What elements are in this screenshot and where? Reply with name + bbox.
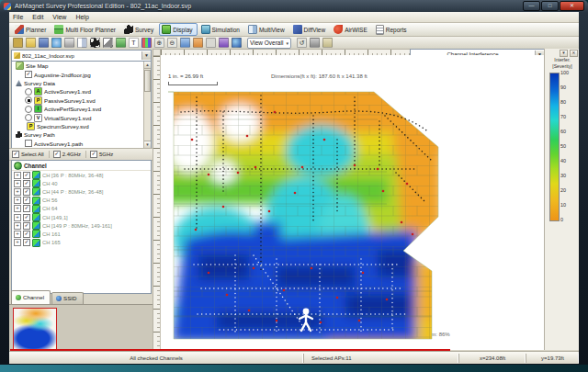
channel-row[interactable]: CH 40 bbox=[12, 179, 151, 187]
chart-alt-icon[interactable] bbox=[193, 38, 203, 48]
planner-button[interactable]: Planner bbox=[12, 23, 51, 36]
band-5-checkbox[interactable] bbox=[90, 151, 97, 158]
maximize-button[interactable]: □ bbox=[541, 1, 559, 11]
info-icon[interactable] bbox=[51, 38, 62, 48]
channel-checkbox[interactable] bbox=[23, 188, 30, 196]
tree-item-floor-image[interactable]: Augustine-2ndfloor.jpg bbox=[12, 70, 151, 78]
tree-item-active-survey[interactable]: AActiveSurvey1.svd bbox=[12, 87, 151, 96]
expander-icon[interactable] bbox=[14, 205, 21, 212]
scroll-thumb[interactable] bbox=[144, 70, 151, 92]
channel-row[interactable]: CH [44 P : 80MHz, 36-48] bbox=[12, 187, 151, 196]
expander-icon[interactable] bbox=[14, 222, 21, 230]
survey-radio[interactable] bbox=[25, 88, 32, 96]
close-button[interactable]: ✕ bbox=[560, 1, 584, 11]
layout-icon[interactable] bbox=[77, 38, 87, 48]
camera-icon[interactable] bbox=[310, 38, 320, 48]
pointer-icon[interactable] bbox=[103, 38, 113, 48]
tab-channel[interactable]: Channel bbox=[11, 290, 51, 304]
menu-help[interactable]: Help bbox=[75, 14, 88, 20]
channel-row[interactable]: CH [36 P : 80MHz, 36-48] bbox=[12, 171, 151, 179]
channel-checkbox[interactable] bbox=[23, 180, 30, 187]
color-tool-icon[interactable] bbox=[141, 38, 152, 48]
tree-item-survey-path[interactable]: Survey Path bbox=[12, 130, 151, 139]
chart-icon[interactable] bbox=[180, 38, 190, 48]
survey-radio[interactable] bbox=[25, 106, 32, 113]
channel-row[interactable]: CH 165 bbox=[12, 239, 151, 247]
channel-checkbox[interactable] bbox=[23, 239, 30, 246]
globe-icon[interactable] bbox=[232, 38, 242, 48]
scroll-down-icon[interactable]: ▼ bbox=[144, 141, 151, 148]
channel-row[interactable]: CH [149,1] bbox=[12, 213, 151, 221]
expander-icon[interactable] bbox=[14, 239, 21, 246]
legend-pin-icon[interactable]: ▼ bbox=[560, 50, 568, 57]
save-icon[interactable] bbox=[39, 38, 49, 48]
channel-checkbox[interactable] bbox=[23, 172, 30, 179]
menu-edit[interactable]: Edit bbox=[32, 14, 43, 20]
tree-item-passive-survey[interactable]: PPassiveSurvey1.svd bbox=[12, 96, 151, 105]
title-bar[interactable]: AirMagnet Survey Professional Edition - … bbox=[0, 0, 588, 12]
expander-icon[interactable] bbox=[14, 214, 21, 221]
expander-icon[interactable] bbox=[14, 188, 21, 196]
channel-row[interactable]: CH 161 bbox=[12, 230, 151, 238]
print-icon[interactable] bbox=[64, 38, 74, 48]
wrench-icon[interactable] bbox=[13, 38, 23, 48]
channel-checkbox[interactable] bbox=[23, 197, 30, 204]
floor-image-checkbox[interactable] bbox=[25, 71, 32, 78]
tree-item-site-map[interactable]: Site Map bbox=[12, 62, 151, 70]
tab-ssid[interactable]: SSID bbox=[51, 292, 83, 304]
airwise-button[interactable]: AirWISE bbox=[331, 23, 372, 36]
open-folder-icon[interactable] bbox=[26, 38, 36, 48]
reports-button[interactable]: Reports bbox=[373, 23, 412, 37]
tree-item-active-path[interactable]: ActiveSurvey1.path bbox=[12, 140, 151, 148]
channel-checkbox[interactable] bbox=[23, 214, 30, 221]
map-canvas[interactable]: 1 in. = 26.99 ft Dimensions(ft x ft): 18… bbox=[160, 55, 545, 350]
display-button[interactable]: Display bbox=[159, 23, 197, 36]
channel-row[interactable]: CH [149 P : 80MHz, 149-161] bbox=[12, 221, 151, 230]
chevron-down-icon[interactable]: ▼ bbox=[141, 51, 151, 60]
clipboard-icon[interactable] bbox=[322, 38, 333, 48]
channel-checkbox[interactable] bbox=[23, 231, 30, 238]
legend-close-icon[interactable]: ✕ bbox=[570, 50, 578, 57]
survey-radio[interactable] bbox=[25, 114, 32, 121]
band-24ghz-filter[interactable]: 2.4GHz bbox=[53, 151, 86, 158]
expander-icon[interactable] bbox=[14, 172, 21, 179]
channel-checkbox[interactable] bbox=[23, 205, 30, 212]
tree-item-activeperf-survey[interactable]: IActivePerfSurvey1.svd bbox=[12, 105, 151, 113]
survey-button[interactable]: Survey bbox=[121, 23, 158, 36]
channel-row[interactable]: CH 56 bbox=[12, 197, 151, 205]
band-5ghz-filter[interactable]: 5GHz bbox=[90, 151, 118, 158]
zoom-in-icon[interactable]: ⊕ bbox=[154, 38, 164, 48]
survey-radio[interactable] bbox=[25, 96, 32, 104]
simulation-button[interactable]: Simulation bbox=[198, 23, 244, 36]
view-overall-dropdown[interactable]: View Overall ▾ bbox=[247, 38, 291, 49]
image-tool-icon[interactable] bbox=[116, 38, 126, 48]
channel-row[interactable]: CH 64 bbox=[12, 205, 151, 213]
minimize-button[interactable]: — bbox=[523, 1, 540, 11]
menu-view[interactable]: View bbox=[52, 14, 66, 20]
expander-icon[interactable] bbox=[14, 231, 21, 238]
refresh-icon[interactable]: ↺ bbox=[297, 38, 307, 48]
expander-icon[interactable] bbox=[14, 197, 21, 204]
signal-icon[interactable] bbox=[219, 38, 229, 48]
zoom-out-icon[interactable]: ⊖ bbox=[167, 38, 177, 48]
band-24-checkbox[interactable] bbox=[53, 151, 61, 158]
tree-item-spectrum-survey[interactable]: PSpectrumSurvey.svd bbox=[12, 122, 151, 130]
text-tool-icon[interactable]: T bbox=[129, 38, 139, 48]
select-all-checkbox[interactable] bbox=[12, 151, 19, 158]
tree-scrollbar[interactable]: ▲ ▼ bbox=[143, 62, 151, 148]
multiview-button[interactable]: MultiView bbox=[245, 23, 289, 36]
path-checkbox[interactable] bbox=[25, 140, 32, 147]
multi-floor-planner-button[interactable]: Multi Floor Planner bbox=[51, 23, 120, 36]
walk-tool-icon[interactable] bbox=[90, 38, 100, 48]
diffview-button[interactable]: DiffView bbox=[290, 23, 331, 36]
menu-file[interactable]: File bbox=[13, 14, 23, 20]
select-all-filter[interactable]: Select All bbox=[12, 151, 50, 158]
channel-checkbox[interactable] bbox=[23, 222, 30, 230]
expander-icon[interactable] bbox=[14, 180, 21, 187]
map-thumbnail[interactable] bbox=[13, 308, 57, 350]
heatmap-overlay[interactable] bbox=[166, 85, 442, 344]
cut-icon[interactable] bbox=[206, 38, 216, 48]
scroll-up-icon[interactable]: ▲ bbox=[144, 62, 151, 69]
tree-item-virtual-survey[interactable]: VVirtualSurvey1.svd bbox=[12, 113, 151, 121]
tree-item-survey-data[interactable]: Survey Data bbox=[12, 79, 151, 87]
